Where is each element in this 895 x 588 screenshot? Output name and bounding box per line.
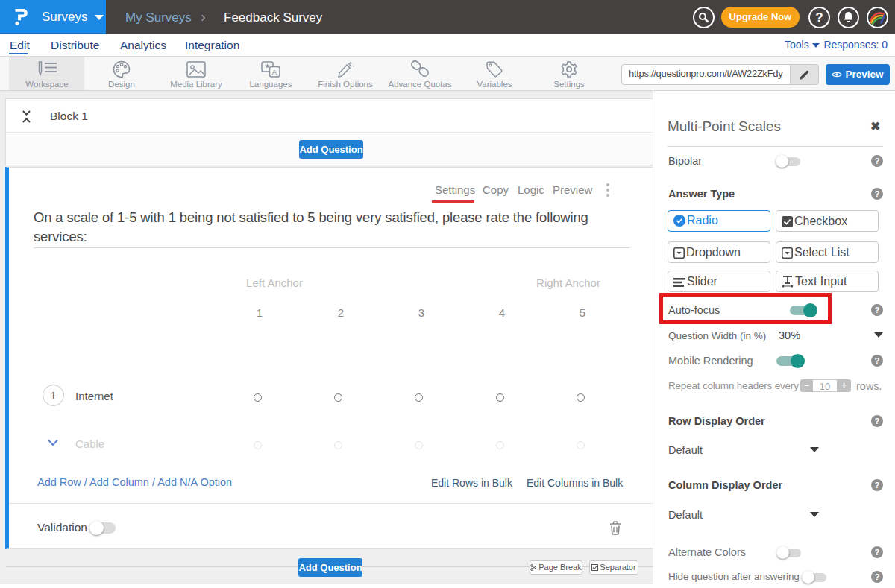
svg-text:A: A <box>272 68 277 76</box>
